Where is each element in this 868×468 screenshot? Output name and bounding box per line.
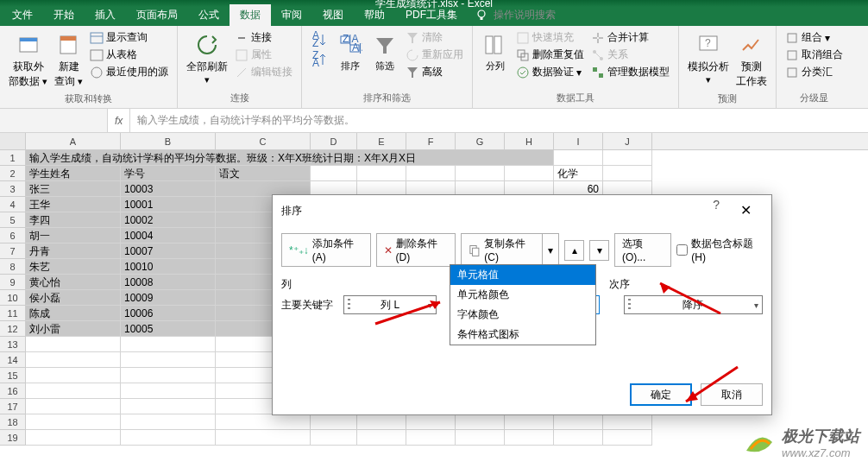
data-has-headers-checkbox[interactable]: 数据包含标题(H) (676, 237, 763, 263)
data-cell[interactable]: 10009 (121, 290, 216, 306)
header-cell[interactable] (406, 166, 456, 181)
row-header-10[interactable]: 10 (0, 290, 26, 306)
merged-title-cell[interactable]: 输入学生成绩，自动统计学科的平均分等数据。班级：X年X班统计日期：X年X月X日 (26, 150, 554, 166)
forecast-sheet-button[interactable]: 预测工作表 (734, 29, 769, 91)
empty-cell[interactable] (26, 399, 121, 414)
tab-insert[interactable]: 插入 (85, 4, 126, 26)
data-cell[interactable]: 李四 (26, 212, 121, 228)
dropdown-item-font-color[interactable]: 字体颜色 (450, 305, 595, 325)
empty-cell[interactable] (26, 430, 121, 446)
order-dropdown[interactable]: 降序▾ (624, 295, 763, 314)
col-header-I[interactable]: I (554, 133, 603, 149)
new-query-button[interactable]: 新建查询 ▾ (53, 29, 85, 91)
empty-cell[interactable] (121, 399, 216, 414)
header-cell[interactable] (456, 166, 505, 181)
empty-cell[interactable] (121, 383, 216, 399)
empty-cell[interactable] (26, 414, 121, 430)
ok-button[interactable]: 确定 (630, 383, 692, 406)
empty-cell[interactable] (357, 414, 406, 430)
header-cell[interactable]: 学号 (121, 166, 216, 181)
empty-cell[interactable] (311, 414, 357, 430)
col-header-C[interactable]: C (216, 133, 311, 149)
empty-cell[interactable] (554, 414, 603, 430)
row-header-2[interactable]: 2 (0, 166, 26, 181)
sort-button[interactable]: Z|AA|Z 排序 (335, 29, 366, 90)
row-header-16[interactable]: 16 (0, 383, 26, 399)
options-button[interactable]: 选项(O)... (614, 233, 671, 267)
remove-duplicates-button[interactable]: 删除重复值 (514, 47, 586, 63)
data-cell[interactable]: 10005 (121, 321, 216, 337)
col-header-E[interactable]: E (357, 133, 406, 149)
tab-view[interactable]: 视图 (312, 4, 354, 26)
consolidate-button[interactable]: 合并计算 (589, 29, 651, 46)
data-cell[interactable]: 10007 (121, 243, 216, 259)
tab-formulas[interactable]: 公式 (188, 4, 230, 26)
row-header-14[interactable]: 14 (0, 352, 26, 368)
data-cell[interactable]: 刘小雷 (26, 321, 121, 337)
header-cell[interactable] (505, 166, 554, 181)
dropdown-item-cell-color[interactable]: 单元格颜色 (450, 285, 595, 305)
row-header-7[interactable]: 7 (0, 243, 26, 259)
header-cell[interactable] (357, 166, 406, 181)
from-table-button[interactable]: 从表格 (88, 47, 139, 63)
cell[interactable] (603, 166, 652, 181)
row-header-9[interactable]: 9 (0, 275, 26, 290)
empty-cell[interactable] (121, 414, 216, 430)
select-all-corner[interactable] (0, 133, 26, 149)
tab-file[interactable]: 文件 (2, 4, 43, 26)
subtotal-button[interactable]: 分类汇 (783, 64, 834, 80)
refresh-all-button[interactable]: 全部刷新▾ (185, 29, 230, 90)
what-if-button[interactable]: ? 模拟分析▾ (686, 29, 731, 91)
cell[interactable] (603, 150, 652, 166)
tab-help[interactable]: 帮助 (354, 4, 395, 26)
data-cell[interactable]: 10004 (121, 228, 216, 243)
col-header-A[interactable]: A (26, 133, 121, 149)
empty-cell[interactable] (456, 430, 505, 446)
row-header-12[interactable]: 12 (0, 321, 26, 337)
col-header-H[interactable]: H (505, 133, 554, 149)
empty-cell[interactable] (121, 430, 216, 446)
empty-cell[interactable] (26, 383, 121, 399)
tab-data[interactable]: 数据 (230, 4, 271, 26)
data-cell[interactable]: 10006 (121, 306, 216, 321)
row-header-4[interactable]: 4 (0, 197, 26, 212)
group-button[interactable]: 组合 ▾ (783, 29, 832, 46)
data-validation-button[interactable]: 数据验证 ▾ (514, 64, 583, 80)
text-to-columns-button[interactable]: 分列 (480, 29, 511, 90)
get-external-data-button[interactable]: 获取外部数据 ▾ (7, 29, 49, 91)
add-condition-button[interactable]: *⁺₊↓添加条件(A) (281, 233, 371, 267)
header-cell[interactable] (311, 166, 357, 181)
filter-button[interactable]: 筛选 (369, 29, 400, 90)
dialog-close-button[interactable]: ✕ (728, 198, 763, 224)
row-header-13[interactable]: 13 (0, 337, 26, 352)
data-cell[interactable]: 陈成 (26, 306, 121, 321)
cell[interactable] (554, 150, 603, 166)
sort-asc-icon[interactable]: AZ (311, 31, 330, 50)
empty-cell[interactable] (26, 368, 121, 383)
row-header-15[interactable]: 15 (0, 368, 26, 383)
empty-cell[interactable] (121, 352, 216, 368)
data-cell[interactable]: 朱艺 (26, 259, 121, 275)
row-header-18[interactable]: 18 (0, 414, 26, 430)
empty-cell[interactable] (505, 430, 554, 446)
col-header-G[interactable]: G (456, 133, 505, 149)
dialog-help-button[interactable]: ? (704, 198, 728, 224)
empty-cell[interactable] (311, 430, 357, 446)
col-header-B[interactable]: B (121, 133, 216, 149)
tell-me-search[interactable]: 操作说明搜索 (468, 4, 563, 26)
row-header-3[interactable]: 3 (0, 181, 26, 197)
fx-label[interactable]: fx (108, 109, 130, 132)
empty-cell[interactable] (603, 430, 652, 446)
data-cell[interactable]: 胡一 (26, 228, 121, 243)
move-up-button[interactable]: ▴ (564, 240, 584, 261)
empty-cell[interactable] (121, 368, 216, 383)
row-header-5[interactable]: 5 (0, 212, 26, 228)
ungroup-button[interactable]: 取消组合 (783, 47, 845, 63)
data-cell[interactable]: 黄心怡 (26, 275, 121, 290)
header-cell[interactable]: 学生姓名 (26, 166, 121, 181)
tab-pdf-tools[interactable]: PDF工具集 (395, 4, 468, 26)
empty-cell[interactable] (554, 430, 603, 446)
col-header-J[interactable]: J (603, 133, 652, 149)
sort-az-buttons[interactable]: AZ ZA (309, 29, 331, 90)
empty-cell[interactable] (121, 337, 216, 352)
